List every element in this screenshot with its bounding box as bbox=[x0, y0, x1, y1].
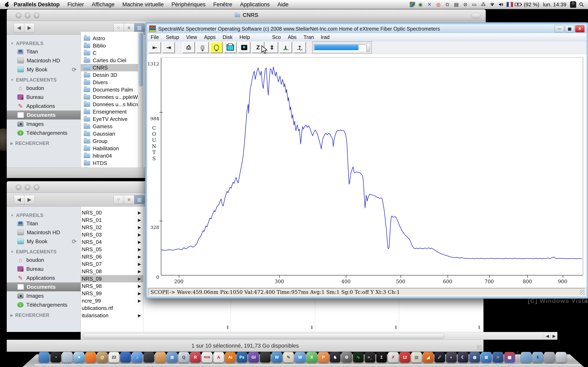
input-language-flag[interactable] bbox=[507, 2, 513, 7]
menu-fichier[interactable]: Fichier bbox=[63, 1, 88, 8]
spectrawiz-menu-disk[interactable]: Disk bbox=[219, 34, 236, 40]
sidebar-section-rechercher[interactable]: ▶RECHERCHER bbox=[10, 141, 81, 146]
dock-icon-ical[interactable]: 22 bbox=[109, 352, 119, 363]
list-item-nrs-02[interactable]: NRS_02▶ bbox=[81, 224, 143, 231]
dock-icon-parallels-vm-windows[interactable]: ⊞ bbox=[481, 352, 492, 363]
list-item-group[interactable]: Group bbox=[81, 137, 143, 145]
dock-icon-photo-booth[interactable] bbox=[144, 352, 154, 363]
menu-peripheriques[interactable]: Périphériques bbox=[168, 1, 209, 8]
maximize-button[interactable]: ▣ bbox=[565, 25, 574, 33]
dock-icon-folder-documents[interactable] bbox=[521, 352, 531, 363]
dock-icon-comet-app[interactable]: ☄ bbox=[434, 352, 445, 363]
disclosure-triangle-icon[interactable]: ▼ bbox=[10, 42, 14, 46]
list-item-ublications-rtf[interactable]: ublications.rtf bbox=[81, 304, 143, 312]
menu-machine-virtuelle[interactable]: Machine virtuelle bbox=[118, 1, 168, 8]
battery-percentage[interactable]: (92 %) bbox=[524, 1, 539, 8]
dock-icon-iphoto[interactable] bbox=[155, 352, 166, 363]
disclosure-triangle-icon[interactable]: ▼ bbox=[10, 250, 14, 254]
dock-icon-moon-app[interactable]: ☾ bbox=[458, 352, 468, 363]
list-item-nrs-99[interactable]: NRS_99▶ bbox=[81, 290, 143, 297]
dock-icon-r-app[interactable]: R bbox=[190, 352, 201, 363]
dock-icon-photoshop[interactable]: Ps bbox=[237, 352, 247, 363]
toolbar-toggle-pill[interactable] bbox=[471, 13, 480, 18]
sync-icon[interactable]: ⟳ bbox=[72, 66, 77, 73]
dock-icon-safari[interactable]: ✦ bbox=[74, 352, 84, 363]
dock-icon-excel[interactable]: X bbox=[306, 352, 317, 363]
minimize-button[interactable] bbox=[25, 184, 30, 190]
back-button[interactable]: ◀ bbox=[14, 23, 24, 32]
sidebar-item-my-book[interactable]: My Book⟳ bbox=[7, 237, 81, 246]
sidebar-item-macintosh-hd[interactable]: Macintosh HD bbox=[7, 228, 81, 237]
user-switch-icon[interactable] bbox=[570, 1, 576, 8]
dock-icon-google-earth[interactable] bbox=[120, 352, 131, 363]
list-item-documents-palm[interactable]: Documents Palm bbox=[81, 86, 143, 93]
forward-button[interactable]: ▶ bbox=[24, 23, 35, 32]
dock-icon-stuffit[interactable]: 12 bbox=[399, 352, 410, 363]
scroll-right-arrow[interactable]: ▶ bbox=[551, 333, 557, 339]
zoom-button[interactable] bbox=[34, 13, 39, 18]
time-machine-icon[interactable]: ⊘ bbox=[462, 1, 469, 8]
close-button[interactable] bbox=[16, 184, 21, 190]
sidebar-item-bureau[interactable]: Bureau bbox=[7, 92, 81, 101]
dock-icon-finder[interactable] bbox=[39, 352, 49, 363]
list-item-gamess[interactable]: Gamess bbox=[81, 123, 143, 130]
dock-icon-blackbox-app[interactable]: ♞ bbox=[330, 352, 340, 363]
spectrawiz-menu-help[interactable]: Help bbox=[236, 34, 253, 40]
apple-menu-icon[interactable] bbox=[4, 1, 10, 8]
sidebar-item-boudon[interactable]: ⌂boudon bbox=[7, 256, 81, 264]
x11-status-icon[interactable]: ✕ bbox=[426, 1, 433, 8]
dock-icon-x-pencil-app[interactable]: ✗ bbox=[388, 352, 398, 363]
sidebar-item-my-book[interactable]: My Book⟳ bbox=[7, 65, 81, 74]
list-item-cartes-du-ciel[interactable]: Cartes du Ciel bbox=[81, 57, 143, 64]
menu-aide[interactable]: Aide bbox=[274, 1, 292, 8]
sidebar-section-rechercher[interactable]: ▶RECHERCHER bbox=[10, 313, 81, 318]
list-item-htds[interactable]: HTDS bbox=[81, 159, 143, 167]
disclosure-triangle-icon[interactable]: ▶ bbox=[10, 141, 13, 146]
volume-icon[interactable] bbox=[498, 1, 505, 8]
dock-icon-preview[interactable] bbox=[62, 352, 73, 363]
menu-fenetre[interactable]: Fenêtre bbox=[209, 1, 236, 8]
list-item-nrs-06[interactable]: NRS_06▶ bbox=[81, 253, 143, 260]
spectrawiz-menu-setup[interactable]: Setup bbox=[162, 34, 182, 40]
disclosure-triangle-icon[interactable]: ▼ bbox=[10, 213, 14, 217]
list-item-nrs-03[interactable]: NRS_03▶ bbox=[81, 231, 143, 238]
minimize-button[interactable] bbox=[25, 13, 30, 18]
vertical-scrollbar[interactable] bbox=[138, 32, 143, 167]
list-item-nrs-98[interactable]: NRS_98▶ bbox=[81, 282, 143, 290]
spectrawiz-menu-tran[interactable]: Tran bbox=[300, 34, 317, 40]
sync-icon[interactable]: ⟳ bbox=[72, 238, 77, 245]
dock-icon-latex-app[interactable]: Σ bbox=[376, 352, 387, 363]
list-item-donn-es-u-pplework[interactable]: Données u...ppleWork bbox=[81, 93, 143, 101]
list-item-ncre-99[interactable]: ncre_99▶ bbox=[81, 297, 143, 304]
horizontal-scrollbar[interactable]: ◀ ▶ bbox=[81, 332, 557, 340]
resize-grip[interactable] bbox=[580, 290, 585, 295]
list-item-nrs-08[interactable]: NRS_08▶ bbox=[81, 268, 143, 275]
minimize-button[interactable]: ─ bbox=[555, 25, 564, 33]
list-item-divers[interactable]: Divers bbox=[81, 79, 143, 86]
list-item-nrs-07[interactable]: NRS_07▶ bbox=[81, 260, 143, 268]
column-resize-handle[interactable]: ‖ bbox=[478, 325, 481, 330]
dock-icon-sketch-app[interactable]: ▨ bbox=[411, 352, 422, 363]
list-item-donn-es-u-s-microso[interactable]: Données u...s Microso bbox=[81, 101, 143, 108]
list-item-cnrs[interactable]: CNRS bbox=[81, 64, 143, 71]
wifi-icon[interactable] bbox=[489, 1, 496, 8]
spectrawiz-menu-view[interactable]: View bbox=[183, 34, 201, 40]
sidebar-item-documents[interactable]: Documents bbox=[7, 282, 81, 291]
dock-icon-globe-app[interactable]: ◍ bbox=[469, 352, 480, 363]
forward-button[interactable]: ▶ bbox=[24, 195, 35, 204]
sidebar-item-titan[interactable]: Titan bbox=[7, 219, 81, 228]
list-item-itularisation[interactable]: itularisation▶ bbox=[81, 312, 143, 319]
dock-icon-texshop[interactable]: ✎ bbox=[283, 352, 294, 363]
sidebar-section-appareils[interactable]: ▼APPAREILS bbox=[10, 41, 81, 46]
dock-icon-camera-app[interactable] bbox=[260, 352, 270, 363]
column-resize-handle[interactable]: ‖ bbox=[227, 325, 229, 330]
scan-save-icon[interactable] bbox=[224, 42, 237, 53]
sidebar-section-emplacements[interactable]: ▼EMPLACEMENTS bbox=[10, 77, 81, 83]
dock-icon-gear-app[interactable]: ⚙ bbox=[341, 352, 352, 363]
list-item-gaussian[interactable]: Gaussian bbox=[81, 130, 143, 137]
sidebar-item-images[interactable]: Images bbox=[7, 119, 81, 128]
dock-icon-quicktime[interactable]: Q bbox=[178, 352, 189, 363]
menu-affichage[interactable]: Affichage bbox=[88, 1, 118, 8]
lamp-on-icon[interactable] bbox=[210, 42, 223, 53]
dock-icon-folder-downloads[interactable]: ⬇ bbox=[532, 352, 543, 363]
